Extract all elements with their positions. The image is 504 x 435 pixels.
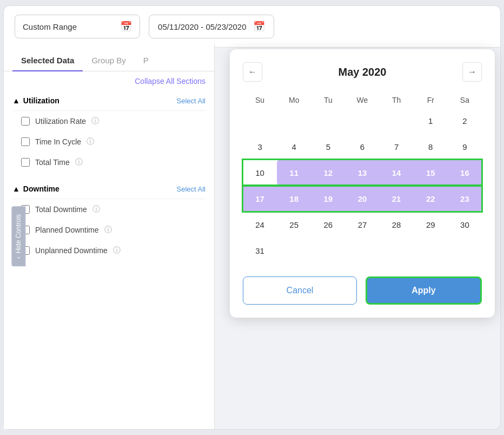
day-9[interactable]: 9	[448, 134, 482, 160]
downtime-select-all[interactable]: Select All	[177, 185, 205, 193]
calendar-footer: Cancel Apply	[243, 276, 482, 305]
utilization-select-all[interactable]: Select All	[177, 97, 205, 105]
day-4[interactable]: 4	[277, 134, 311, 160]
day-24[interactable]: 24	[243, 212, 277, 238]
utilization-title: ▲ Utilization	[12, 96, 59, 105]
empty-day	[277, 108, 311, 134]
day-3[interactable]: 3	[243, 134, 277, 160]
day-2[interactable]: 2	[448, 108, 482, 134]
date-range-selector[interactable]: 05/11/2020 - 05/23/2020 📅	[149, 15, 274, 38]
day-16[interactable]: 16	[448, 160, 482, 186]
planned-downtime-info-icon[interactable]: ⓘ	[104, 225, 112, 235]
custom-range-label: Custom Range	[23, 22, 77, 31]
calendar-week-row: 17181920212223	[243, 186, 482, 212]
day-20[interactable]: 20	[345, 186, 379, 212]
calendar-overlay: ← May 2020 → Su Mo Tu We Th Fr Sa 123456…	[230, 49, 495, 318]
utilization-header: ▲ Utilization Select All	[12, 91, 205, 111]
custom-range-selector[interactable]: Custom Range 📅	[15, 15, 140, 38]
next-month-button[interactable]: →	[462, 62, 482, 82]
calendar-week-row: 24252627282930	[243, 212, 482, 238]
tab-selected-data[interactable]: Selected Data	[12, 50, 83, 71]
date-range-value: 05/11/2020 - 05/23/2020	[158, 22, 246, 31]
day-15[interactable]: 15	[414, 160, 448, 186]
day-header-we: We	[345, 93, 379, 108]
day-header-th: Th	[380, 93, 414, 108]
unplanned-downtime-row: Unplanned Downtime ⓘ	[12, 240, 205, 261]
day-6[interactable]: 6	[345, 134, 379, 160]
time-in-cycle-checkbox[interactable]	[21, 137, 30, 146]
day-19[interactable]: 19	[311, 186, 345, 212]
utilization-rate-label: Utilization Rate	[35, 117, 86, 126]
empty-day	[345, 108, 379, 134]
empty-day	[311, 108, 345, 134]
empty-day	[380, 238, 414, 263]
calendar-icon-left: 📅	[120, 21, 132, 32]
time-in-cycle-info-icon[interactable]: ⓘ	[87, 137, 94, 147]
calendar-week-row: 3456789	[243, 134, 482, 160]
utilization-rate-checkbox[interactable]	[21, 117, 30, 126]
utilization-rate-row: Utilization Rate ⓘ	[12, 111, 205, 131]
utilization-rate-info-icon[interactable]: ⓘ	[91, 116, 99, 126]
total-downtime-info-icon[interactable]: ⓘ	[92, 205, 100, 214]
day-header-tu: Tu	[311, 93, 345, 108]
total-time-info-icon[interactable]: ⓘ	[75, 157, 83, 167]
arrow-icon: ▲	[12, 96, 20, 105]
chevron-left-icon: ‹	[15, 256, 22, 259]
left-panel: ‹ Hide Controls Selected Data Group By P…	[4, 44, 215, 429]
day-26[interactable]: 26	[311, 212, 345, 238]
day-31[interactable]: 31	[243, 238, 277, 263]
empty-day	[277, 238, 311, 263]
day-27[interactable]: 27	[345, 212, 379, 238]
day-21[interactable]: 21	[380, 186, 414, 212]
empty-day	[345, 238, 379, 263]
day-13[interactable]: 13	[345, 160, 379, 186]
day-23[interactable]: 23	[448, 186, 482, 212]
downtime-title: ▲ Downtime	[12, 184, 59, 193]
calendar-week-row: 10111213141516	[243, 160, 482, 186]
day-25[interactable]: 25	[277, 212, 311, 238]
planned-downtime-row: Planned Downtime ⓘ	[12, 220, 205, 240]
day-headers-row: Su Mo Tu We Th Fr Sa	[243, 93, 482, 108]
calendar-nav: ← May 2020 →	[243, 62, 482, 82]
tab-group-by[interactable]: Group By	[83, 50, 134, 71]
time-in-cycle-row: Time In Cycle ⓘ	[12, 131, 205, 152]
cancel-button[interactable]: Cancel	[243, 276, 357, 305]
calendar-week-row: 31	[243, 238, 482, 263]
day-29[interactable]: 29	[414, 212, 448, 238]
day-11[interactable]: 11	[277, 160, 311, 186]
day-18[interactable]: 18	[277, 186, 311, 212]
collapse-all-button[interactable]: Collapse All Sections	[4, 71, 214, 91]
day-30[interactable]: 30	[448, 212, 482, 238]
total-time-row: Total Time ⓘ	[12, 152, 205, 173]
total-time-checkbox[interactable]	[21, 158, 30, 167]
day-17[interactable]: 17	[243, 186, 277, 212]
day-header-mo: Mo	[277, 93, 311, 108]
day-12[interactable]: 12	[311, 160, 345, 186]
day-28[interactable]: 28	[380, 212, 414, 238]
total-downtime-label: Total Downtime	[35, 205, 87, 214]
day-5[interactable]: 5	[311, 134, 345, 160]
empty-day	[311, 238, 345, 263]
month-title: May 2020	[339, 66, 387, 78]
day-7[interactable]: 7	[380, 134, 414, 160]
total-downtime-row: Total Downtime ⓘ	[12, 199, 205, 220]
day-header-su: Su	[243, 93, 277, 108]
day-1[interactable]: 1	[414, 108, 448, 134]
tabs-row: Selected Data Group By P	[4, 44, 214, 71]
main-container: Custom Range 📅 05/11/2020 - 05/23/2020 📅…	[3, 5, 501, 430]
day-10[interactable]: 10	[243, 160, 277, 186]
day-header-fr: Fr	[414, 93, 448, 108]
unplanned-downtime-info-icon[interactable]: ⓘ	[113, 246, 121, 255]
apply-button[interactable]: Apply	[366, 276, 482, 305]
day-14[interactable]: 14	[380, 160, 414, 186]
downtime-section: ▲ Downtime Select All Total Downtime ⓘ P…	[4, 179, 214, 261]
downtime-header: ▲ Downtime Select All	[12, 179, 205, 199]
hide-controls-tab[interactable]: ‹ Hide Controls	[11, 207, 25, 267]
day-8[interactable]: 8	[414, 134, 448, 160]
day-22[interactable]: 22	[414, 186, 448, 212]
prev-month-button[interactable]: ←	[243, 62, 262, 82]
tab-p[interactable]: P	[135, 50, 157, 71]
calendar-icon-right: 📅	[253, 21, 265, 32]
arrow-icon-downtime: ▲	[12, 184, 20, 193]
utilization-section: ▲ Utilization Select All Utilization Rat…	[4, 91, 214, 173]
